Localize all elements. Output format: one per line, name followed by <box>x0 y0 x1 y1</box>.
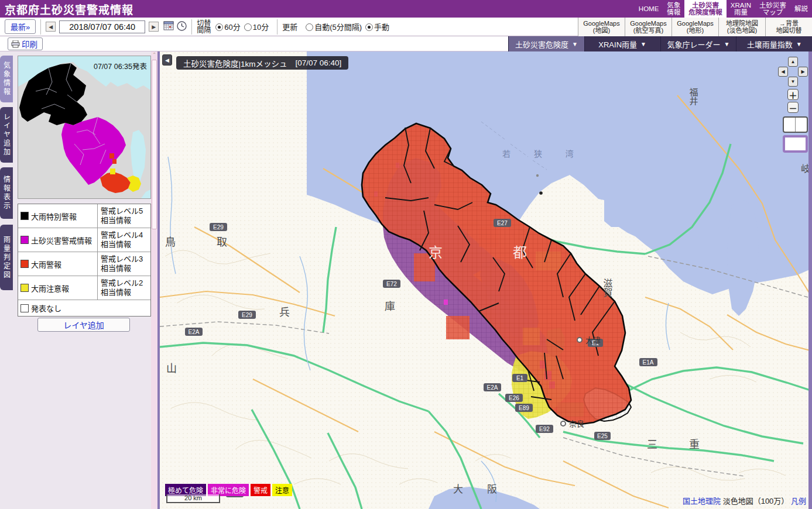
map-canvas[interactable]: E29 E2A E29 E27 E72 E1 E1 E1A E26 E2A E8… <box>160 51 812 509</box>
prev-time-button[interactable]: ◀ <box>46 22 56 32</box>
svg-text:奈良: 奈良 <box>569 419 584 428</box>
tab-add-layer[interactable]: レイヤ追加 <box>0 107 13 163</box>
svg-text:庫: 庫 <box>385 301 395 312</box>
next-time-button[interactable]: ▶ <box>149 22 159 32</box>
radio-icon <box>215 23 223 31</box>
map-right-strip <box>808 51 812 509</box>
svg-text:山: 山 <box>166 363 177 374</box>
datetime-input[interactable] <box>59 20 145 33</box>
separator <box>277 19 277 35</box>
nav-help[interactable]: 解説 <box>790 0 812 18</box>
svg-text:E2A: E2A <box>189 329 200 335</box>
nav-xrain[interactable]: XRAIN雨量 <box>727 0 755 18</box>
swatch-yellow <box>20 284 29 292</box>
sidebar-collapse-button[interactable]: ◀ <box>162 54 172 66</box>
svg-text:鳥 取: 鳥 取 <box>165 236 242 248</box>
pan-right-button[interactable]: ▶ <box>798 67 808 77</box>
svg-text:三 重: 三 重 <box>647 439 710 450</box>
swatch-red <box>20 260 29 268</box>
map-layer-title-badge: 土砂災害危険度|1kmメッシュ [07/07 06:40] <box>176 56 348 70</box>
legend-row-level5: 大雨特別警報 警戒レベル5相当情報 <box>18 204 150 228</box>
overlay-layer-bar: 土砂災害危険度▼ XRAIN雨量▼ 気象庁レーダー▼ 土壌雨量指数▼ <box>508 36 812 51</box>
update-manual-radio[interactable]: 手動 <box>365 21 389 32</box>
add-layer-button[interactable]: レイヤ追加 <box>37 318 130 332</box>
nav-sediment-map[interactable]: 土砂災害マップ <box>755 0 790 18</box>
svg-text:E1: E1 <box>516 375 524 381</box>
svg-text:E89: E89 <box>519 405 529 411</box>
pan-left-button[interactable]: ◀ <box>778 67 788 77</box>
minimap-canvas: 07/07 06:35発表 <box>18 56 150 198</box>
chevron-down-icon: ▼ <box>640 41 646 47</box>
basemap-gsi-pale[interactable]: 地理院地図(淡色地図) <box>718 18 765 36</box>
svg-text:E25: E25 <box>597 433 608 439</box>
tab-weather-info[interactable]: 気象情報 <box>0 56 13 102</box>
nav-home[interactable]: HOME <box>635 0 663 18</box>
latest-button[interactable]: 最新» <box>5 19 36 34</box>
separator <box>40 19 41 35</box>
pan-up-button[interactable]: ▲ <box>788 57 798 67</box>
base-map: E29 E2A E29 E27 E72 E1 E1 E1A E26 E2A E8… <box>160 51 812 509</box>
swatch-magenta <box>20 236 29 244</box>
nav-sediment-risk-info[interactable]: 土砂災害危険度情報 <box>684 0 727 18</box>
warning-legend-table: 大雨特別警報 警戒レベル5相当情報 土砂災害警戒情報 警戒レベル4相当情報 大雨… <box>18 204 151 317</box>
scrollbar-up-arrow[interactable]: ⌃ <box>152 52 157 57</box>
update-auto-radio[interactable]: 自動(5分間隔) <box>306 21 362 32</box>
interval-10-radio[interactable]: 10分 <box>244 21 269 32</box>
svg-text:滋賀: 滋賀 <box>602 278 613 297</box>
svg-text:E26: E26 <box>509 395 519 401</box>
basemap-googlemaps-map[interactable]: GoogleMaps(地図) <box>578 18 625 36</box>
svg-text:E72: E72 <box>386 281 397 287</box>
svg-text:E29: E29 <box>213 224 224 231</box>
calendar-icon[interactable] <box>163 21 174 32</box>
svg-text:E1A: E1A <box>643 359 654 366</box>
svg-text:若 狭 湾: 若 狭 湾 <box>502 149 584 159</box>
dropdown-sediment-risk[interactable]: 土砂災害危険度▼ <box>508 36 584 51</box>
update-label: 更新 <box>282 21 297 32</box>
nav-weather-info[interactable]: 気象情報 <box>663 0 684 18</box>
interval-60-radio[interactable]: 60分 <box>215 21 240 32</box>
top-nav: HOME 気象情報 土砂災害危険度情報 XRAIN雨量 土砂災害マップ 解説 <box>635 0 812 18</box>
dropdown-xrain[interactable]: XRAIN雨量▼ <box>584 36 660 51</box>
legend-row-none: 発表なし <box>18 300 150 316</box>
legend-row-level2: 大雨注意報 警戒レベル2相当情報 <box>18 276 150 300</box>
toolbar: 最新» ◀ ▶ 切替間隔 60分 10分 更新 自動(5分間隔) 手動 Goog… <box>0 18 812 36</box>
zoom-out-button[interactable]: － <box>787 102 799 113</box>
radio-icon <box>306 23 313 31</box>
chevron-down-icon: ▼ <box>572 41 578 47</box>
separator <box>191 19 192 35</box>
basemap-googlemaps-satellite[interactable]: GoogleMaps(航空写真) <box>625 18 671 36</box>
app-header: 京都府土砂災害警戒情報 HOME 気象情報 土砂災害危険度情報 XRAIN雨量 … <box>0 0 812 18</box>
basemap-switch[interactable]: →背景地図切替 <box>765 18 812 36</box>
tab-rain-judgement[interactable]: 雨量判定図 <box>0 225 13 290</box>
minimap-issued-time: 07/07 06:35発表 <box>94 63 148 71</box>
map-attribution: 国土地理院 淡色地図（100万） 凡例 <box>683 495 806 506</box>
single-view-button[interactable] <box>783 135 808 153</box>
dropdown-soil-rain-index[interactable]: 土壌雨量指数▼ <box>736 36 812 51</box>
minimap[interactable]: 07/07 06:35発表 <box>18 56 151 199</box>
swatch-white <box>20 304 29 312</box>
split-view-button[interactable] <box>783 116 808 133</box>
print-button[interactable]: 印刷 <box>8 37 43 50</box>
tab-info-display[interactable]: 情報表示 <box>0 167 13 219</box>
risk-warning-badge: 警戒 <box>251 484 270 496</box>
pan-down-button[interactable]: ▼ <box>788 77 798 87</box>
radio-icon <box>244 23 252 31</box>
sidebar-scrollbar-thumb[interactable] <box>152 60 157 229</box>
clock-icon[interactable] <box>177 21 187 33</box>
basemap-googlemaps-terrain[interactable]: GoogleMaps(地形) <box>671 18 718 36</box>
legend-link[interactable]: 凡例 <box>791 497 806 505</box>
dropdown-jma-radar[interactable]: 気象庁レーダー▼ <box>660 36 736 51</box>
svg-text:大津: 大津 <box>585 336 601 345</box>
svg-text:E29: E29 <box>242 312 252 318</box>
svg-text:兵: 兵 <box>279 307 290 318</box>
legend-row-level4: 土砂災害警戒情報 警戒レベル4相当情報 <box>18 228 150 252</box>
swatch-black <box>20 212 29 220</box>
svg-text:福井: 福井 <box>688 88 698 106</box>
svg-text:大 阪: 大 阪 <box>453 484 504 495</box>
scale-bar: 20 km <box>166 494 220 503</box>
legend-row-level3: 大雨警報 警戒レベル3相当情報 <box>18 252 150 276</box>
risk-caution-badge: 注意 <box>272 484 292 496</box>
basemap-buttons: GoogleMaps(地図) GoogleMaps(航空写真) GoogleMa… <box>578 18 812 36</box>
gsi-link[interactable]: 国土地理院 <box>683 497 721 505</box>
zoom-in-button[interactable]: ＋ <box>787 89 799 100</box>
